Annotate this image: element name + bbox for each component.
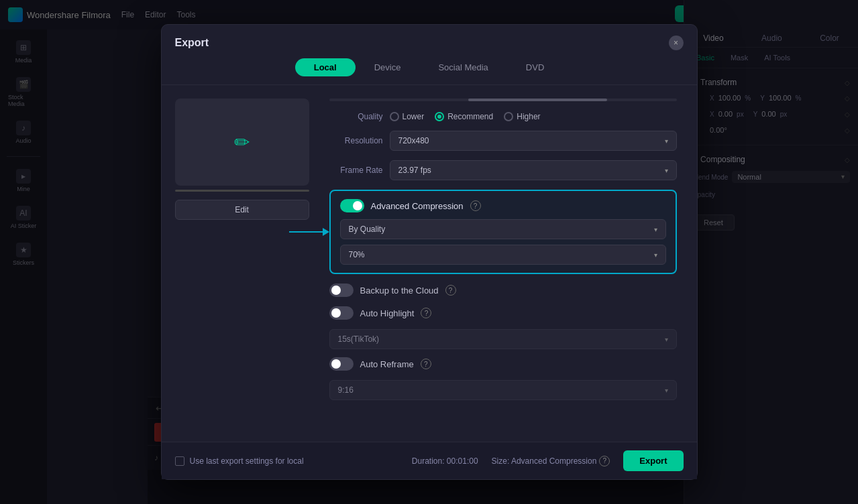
- scroll-indicator: [329, 99, 677, 101]
- auto-highlight-dropdown[interactable]: 15s(TikTok) ▾: [329, 329, 677, 349]
- frame-rate-arrow-icon: ▾: [665, 167, 668, 174]
- backup-cloud-label: Backup to the Cloud: [360, 286, 439, 296]
- tab-device[interactable]: Device: [356, 58, 420, 76]
- quality-higher-label: Higher: [517, 112, 540, 121]
- advanced-compression-header: Advanced Compression ?: [340, 199, 666, 212]
- auto-reframe-dropdown[interactable]: 9:16 ▾: [329, 380, 677, 400]
- auto-highlight-label: Auto Highlight: [360, 308, 415, 318]
- dialog-title: Export: [175, 37, 209, 49]
- auto-reframe-help-icon[interactable]: ?: [421, 359, 431, 369]
- advanced-compression-box: Advanced Compression ? By Quality ▾ 70%: [329, 190, 677, 274]
- dialog-tab-bar: Local Device Social Media DVD: [162, 50, 697, 85]
- auto-highlight-arrow-icon: ▾: [665, 336, 668, 343]
- arrow-indicator: [289, 228, 329, 236]
- app-background: Wondershare Filmora File Editor Tools Ex…: [0, 0, 858, 504]
- auto-highlight-section: Auto Highlight ? 15s(TikTok) ▾: [329, 306, 677, 349]
- compression-quality-value: 70%: [349, 250, 365, 259]
- auto-reframe-toggle[interactable]: [329, 357, 354, 371]
- quality-recommend-option[interactable]: Recommend: [435, 112, 493, 121]
- backup-cloud-toggle[interactable]: [329, 284, 354, 297]
- tab-social-media[interactable]: Social Media: [419, 58, 506, 76]
- frame-rate-value: 23.97 fps: [398, 166, 431, 175]
- auto-reframe-arrow-icon: ▾: [665, 387, 668, 394]
- size-label: Size: Advanced Compression: [492, 456, 597, 466]
- quality-higher-option[interactable]: Higher: [504, 112, 540, 121]
- export-dialog: Export × Local Device Social Media DVD ✏…: [161, 24, 698, 480]
- compression-mode-dropdown[interactable]: By Quality ▾: [340, 219, 666, 239]
- resolution-label: Resolution: [329, 136, 383, 145]
- compression-quality-dropdown[interactable]: 70% ▾: [340, 245, 666, 265]
- modal-overlay: Export × Local Device Social Media DVD ✏…: [0, 0, 858, 504]
- dialog-body: ✏ Edit Quality: [162, 85, 697, 474]
- duration-label: Duration:: [412, 456, 445, 466]
- compression-mode-value: By Quality: [349, 225, 386, 234]
- dialog-header: Export ×: [162, 25, 697, 50]
- footer-checkbox-container: Use last export settings for local: [175, 456, 304, 466]
- quality-recommend-radio: [435, 112, 444, 121]
- last-export-label: Use last export settings for local: [190, 456, 304, 466]
- pencil-icon: ✏: [234, 131, 250, 153]
- quality-higher-radio: [504, 112, 513, 121]
- export-button[interactable]: Export: [623, 450, 683, 471]
- backup-cloud-row: Backup to the Cloud ?: [329, 284, 677, 297]
- duration-text: Duration: 00:01:00: [412, 456, 478, 466]
- size-help-icon[interactable]: ?: [599, 456, 610, 466]
- arrow-line: [289, 231, 323, 233]
- advanced-compression-container: Advanced Compression ? By Quality ▾ 70%: [329, 190, 677, 274]
- edit-button[interactable]: Edit: [175, 200, 309, 220]
- tab-local[interactable]: Local: [295, 58, 356, 76]
- quality-lower-radio: [390, 112, 399, 121]
- quality-label: Quality: [329, 112, 383, 121]
- quality-lower-label: Lower: [403, 112, 425, 121]
- frame-rate-row: Frame Rate 23.97 fps ▾: [329, 160, 677, 180]
- auto-reframe-value: 9:16: [338, 385, 354, 395]
- auto-highlight-row: Auto Highlight ?: [329, 306, 677, 320]
- advanced-compression-help-icon[interactable]: ?: [470, 200, 481, 211]
- auto-reframe-row: Auto Reframe ?: [329, 357, 677, 371]
- arrow-head-icon: [323, 228, 329, 236]
- auto-highlight-value: 15s(TikTok): [338, 334, 380, 344]
- frame-rate-label: Frame Rate: [329, 166, 383, 175]
- resolution-arrow-icon: ▾: [665, 137, 668, 145]
- footer-right: Duration: 00:01:00 Size: Advanced Compre…: [412, 450, 684, 471]
- dialog-close-button[interactable]: ×: [669, 36, 684, 50]
- resolution-row: Resolution 720x480 ▾: [329, 131, 677, 151]
- backup-cloud-help-icon[interactable]: ?: [445, 285, 456, 296]
- tab-dvd[interactable]: DVD: [507, 58, 563, 76]
- preview-thumbnail: ✏: [175, 99, 309, 186]
- preview-line: [175, 190, 309, 192]
- duration-value: 00:01:00: [447, 456, 478, 466]
- compression-quality-arrow-icon: ▾: [654, 251, 657, 259]
- auto-reframe-section: Auto Reframe ? 9:16 ▾: [329, 357, 677, 400]
- preview-panel: ✏ Edit: [175, 99, 323, 460]
- auto-highlight-toggle[interactable]: [329, 306, 354, 320]
- settings-panel: Quality Lower Recommend: [323, 99, 684, 460]
- quality-radio-group: Lower Recommend Higher: [390, 112, 541, 121]
- frame-rate-dropdown[interactable]: 23.97 fps ▾: [390, 160, 677, 180]
- dialog-footer: Use last export settings for local Durat…: [162, 442, 697, 479]
- size-text: Size: Advanced Compression ?: [492, 456, 610, 466]
- auto-highlight-help-icon[interactable]: ?: [421, 308, 431, 318]
- quality-recommend-label: Recommend: [447, 112, 493, 121]
- auto-reframe-label: Auto Reframe: [360, 359, 414, 369]
- advanced-compression-title: Advanced Compression: [371, 201, 464, 211]
- quality-row: Quality Lower Recommend: [329, 112, 677, 121]
- compression-mode-arrow-icon: ▾: [654, 226, 657, 233]
- resolution-dropdown[interactable]: 720x480 ▾: [390, 131, 677, 151]
- last-export-checkbox[interactable]: [175, 456, 184, 466]
- advanced-compression-toggle[interactable]: [340, 199, 364, 212]
- resolution-value: 720x480: [398, 136, 429, 145]
- scroll-thumb: [468, 99, 607, 101]
- quality-lower-option[interactable]: Lower: [390, 112, 425, 121]
